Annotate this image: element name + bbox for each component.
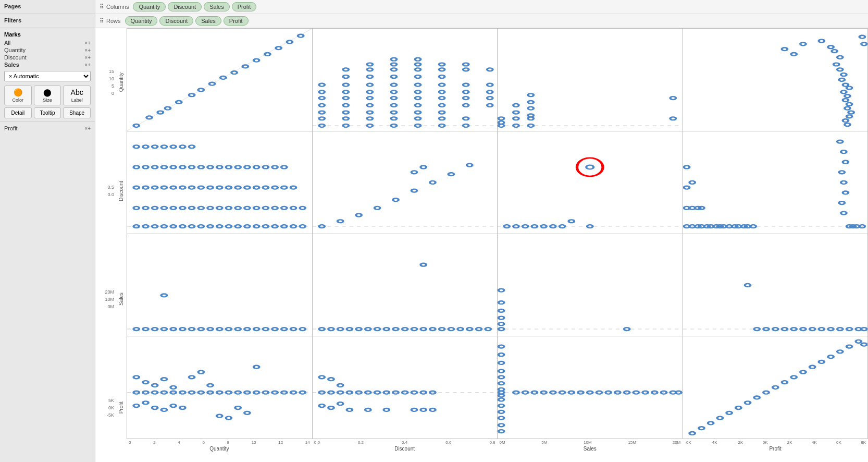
svg-point-72 [439, 104, 444, 107]
svg-point-124 [782, 47, 787, 51]
x-ticks-sales: 0M 5M 10M 15M 20M [498, 440, 683, 445]
row-pill-sales[interactable]: Sales [195, 16, 221, 26]
label-button[interactable]: Abc Label [63, 86, 91, 105]
svg-point-186 [133, 165, 139, 168]
svg-point-162 [254, 206, 259, 210]
svg-point-54 [391, 124, 396, 127]
svg-point-256 [684, 165, 689, 168]
svg-point-22 [319, 111, 325, 114]
svg-point-257 [837, 140, 843, 143]
svg-point-301 [411, 327, 417, 331]
svg-point-306 [457, 327, 463, 331]
marks-discount-x[interactable]: ×+ [84, 55, 91, 60]
svg-point-171 [162, 186, 167, 189]
x-tick-d2: 0.2 [358, 440, 364, 445]
svg-point-176 [207, 186, 213, 189]
svg-point-99 [528, 107, 534, 110]
svg-point-349 [263, 391, 269, 394]
svg-point-59 [415, 83, 420, 87]
svg-point-56 [415, 63, 420, 66]
col-pill-sales[interactable]: Sales [204, 2, 230, 11]
svg-point-219 [467, 163, 473, 166]
x-tick-s20: 20M [673, 440, 681, 445]
svg-point-348 [254, 391, 259, 394]
svg-point-403 [499, 370, 504, 373]
svg-point-254 [684, 186, 689, 189]
cell-2-3 [683, 234, 869, 337]
svg-point-214 [374, 206, 380, 210]
cell-1-1 [313, 131, 498, 234]
svg-point-38 [367, 90, 373, 93]
shape-button[interactable]: Shape [63, 107, 91, 118]
x-tick-q6: 6 [202, 440, 204, 445]
svg-point-13 [265, 53, 270, 56]
svg-point-14 [276, 46, 281, 50]
svg-point-66 [439, 63, 444, 66]
col-pill-profit[interactable]: Profit [232, 2, 257, 11]
svg-point-60 [415, 90, 420, 93]
svg-point-39 [367, 96, 373, 100]
color-button[interactable]: 🟠 Color [4, 86, 32, 105]
row-pill-profit[interactable]: Profit [224, 16, 249, 26]
cell-2-1 [313, 234, 498, 337]
marks-quantity-x[interactable]: ×+ [84, 47, 91, 53]
svg-point-447 [782, 381, 787, 384]
y-ticks-quantity: 15 10 5 0 [109, 69, 114, 96]
svg-point-446 [763, 391, 769, 394]
marks-dropdown[interactable]: × Automatic [4, 71, 91, 81]
profit-row: Profit ×+ [4, 125, 91, 131]
svg-point-161 [244, 206, 250, 210]
svg-point-114 [846, 87, 852, 90]
svg-point-413 [499, 424, 504, 427]
svg-point-121 [846, 115, 852, 118]
x-tick-p4: 4K [812, 440, 817, 445]
x-tick-q12: 12 [278, 440, 283, 445]
svg-point-229 [560, 225, 565, 228]
svg-point-353 [300, 391, 305, 394]
svg-point-388 [328, 378, 334, 381]
svg-point-55 [415, 58, 420, 61]
svg-point-192 [189, 165, 195, 168]
x-tick-s15: 15M [628, 440, 636, 445]
svg-point-126 [800, 42, 806, 45]
row-pill-quantity[interactable]: Quantity [125, 16, 158, 26]
svg-line-0 [127, 29, 312, 131]
row-pill-discount[interactable]: Discount [159, 16, 193, 26]
svg-point-62 [415, 104, 420, 107]
svg-point-421 [642, 391, 648, 394]
marks-all-row: All ×+ [4, 40, 91, 46]
svg-point-441 [828, 355, 834, 358]
profit-x[interactable]: ×+ [84, 126, 91, 131]
y-tick-p2: 5K [108, 398, 114, 403]
svg-point-160 [235, 206, 241, 210]
svg-point-258 [841, 150, 847, 153]
svg-point-389 [337, 384, 343, 387]
svg-0-2 [498, 29, 683, 131]
tooltip-button[interactable]: Tooltip [34, 107, 61, 118]
col-pill-quantity[interactable]: Quantity [133, 2, 166, 11]
x-axis-sales: 0M 5M 10M 15M 20M Sales [498, 439, 683, 462]
marks-title: Marks [4, 31, 91, 38]
cell-0-1 [313, 29, 498, 131]
svg-point-336 [143, 391, 148, 394]
svg-point-432 [523, 391, 528, 394]
svg-point-137 [198, 225, 204, 228]
svg-point-289 [162, 294, 167, 297]
svg-point-308 [476, 327, 481, 331]
marks-all-x[interactable]: ×+ [84, 40, 91, 46]
col-pill-discount[interactable]: Discount [168, 2, 202, 11]
svg-point-387 [319, 376, 325, 379]
size-button[interactable]: ⬤ Size [34, 86, 61, 105]
x-tick-q2: 2 [153, 440, 155, 445]
y-label-quantity-wrap: Quantity [115, 28, 127, 137]
label-label: Label [71, 98, 83, 103]
svg-point-68 [439, 75, 444, 78]
marks-sales-x[interactable]: ×+ [84, 62, 91, 68]
svg-point-182 [263, 186, 269, 189]
x-axis-sales-label: Sales [584, 446, 597, 452]
svg-point-166 [291, 206, 296, 210]
svg-point-28 [343, 90, 349, 93]
svg-1-0 [127, 131, 312, 234]
detail-button[interactable]: Detail [4, 107, 32, 118]
svg-point-115 [841, 90, 847, 93]
